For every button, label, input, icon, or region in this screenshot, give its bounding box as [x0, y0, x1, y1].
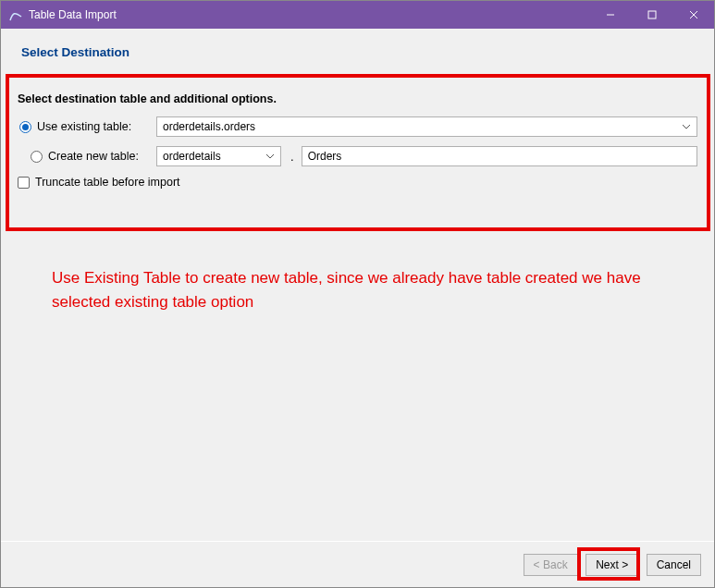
truncate-label: Truncate table before import	[35, 176, 180, 189]
use-existing-row: Use existing table: orderdetails.orders	[18, 116, 697, 137]
back-button[interactable]: < Back	[524, 554, 578, 576]
annotation-text: Use Existing Table to create new table, …	[52, 266, 653, 313]
existing-table-select[interactable]: orderdetails.orders	[156, 116, 697, 137]
close-button[interactable]	[672, 1, 714, 29]
create-new-label: Create new table:	[48, 150, 139, 163]
options-panel: Select destination table and additional …	[1, 68, 714, 198]
next-button[interactable]: Next >	[586, 554, 639, 576]
content-area: Select destination table and additional …	[1, 68, 714, 541]
minimize-button[interactable]	[589, 1, 631, 29]
use-existing-radio[interactable]	[19, 121, 31, 133]
create-new-row: Create new table: orderdetails . Orders	[18, 146, 697, 166]
create-new-radio-group[interactable]: Create new table:	[18, 150, 156, 163]
chevron-down-icon	[682, 121, 691, 132]
svg-rect-1	[648, 11, 656, 18]
existing-table-value: orderdetails.orders	[163, 120, 255, 133]
new-table-input[interactable]: Orders	[302, 146, 697, 166]
use-existing-label: Use existing table:	[37, 120, 131, 133]
page-heading: Select Destination	[1, 29, 714, 68]
chevron-down-icon	[265, 151, 275, 162]
new-schema-select[interactable]: orderdetails	[156, 146, 281, 166]
use-existing-radio-group[interactable]: Use existing table:	[18, 120, 156, 133]
schema-table-separator: .	[281, 150, 302, 164]
app-icon	[8, 7, 23, 22]
cancel-button[interactable]: Cancel	[647, 554, 701, 576]
create-new-radio[interactable]	[31, 151, 43, 163]
maximize-button[interactable]	[631, 1, 672, 29]
new-schema-value: orderdetails	[163, 150, 221, 163]
truncate-checkbox[interactable]	[18, 177, 30, 189]
new-table-value: Orders	[308, 150, 342, 163]
titlebar: Table Data Import	[1, 1, 714, 29]
window-title: Table Data Import	[29, 8, 117, 21]
section-heading: Select destination table and additional …	[18, 92, 697, 105]
dialog-window: Table Data Import Select Destination Sel…	[0, 0, 715, 588]
footer: < Back Next > Cancel	[1, 541, 714, 587]
truncate-row[interactable]: Truncate table before import	[18, 176, 697, 189]
